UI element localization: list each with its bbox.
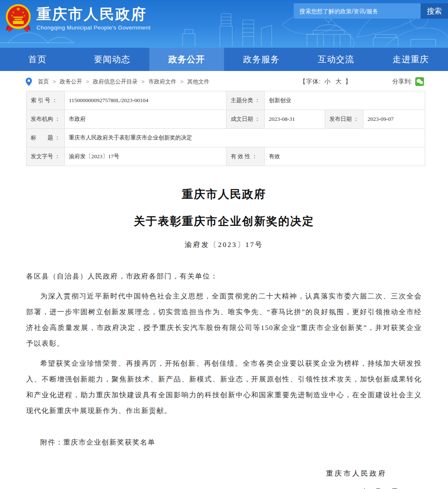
issuing-agency-value: 市政府 xyxy=(65,110,226,129)
nav-item-news[interactable]: 要闻动态 xyxy=(75,48,149,71)
validity-value: 有效 xyxy=(265,147,425,166)
signer-name: 重庆市人民政府 xyxy=(26,469,387,478)
font-smaller-button[interactable]: 小 xyxy=(324,78,331,85)
crumb-separator: > xyxy=(180,78,183,85)
crumb-info-directory[interactable]: 政府信息公开目录 xyxy=(93,78,138,86)
nav-item-home[interactable]: 首页 xyxy=(0,48,75,71)
nav-item-interaction[interactable]: 互动交流 xyxy=(299,48,373,71)
publish-date-value: 2023-09-07 xyxy=(363,110,425,129)
document-main: 重庆市人民政府 关于表彰重庆市企业创新奖的决定 渝府发〔2023〕17号 各区县… xyxy=(0,187,448,489)
topic-category-value: 创新创业 xyxy=(265,91,425,110)
paragraph: 为深入贯彻习近平新时代中国特色社会主义思想，全面贯彻党的二十大精神，认真落实市委… xyxy=(26,289,422,352)
nav-item-gov-services[interactable]: 政务服务 xyxy=(224,48,299,71)
breadcrumb: 首页 > 政务公开 > 政府信息公开目录 > 市政府文件 > 其他文件 【字体:… xyxy=(0,71,448,88)
svg-text:★: ★ xyxy=(11,15,13,17)
signature-block: 重庆市人民政府 2023年8月31日 xyxy=(26,469,422,489)
share-label: 分享到: xyxy=(392,78,412,86)
nav-item-about-chongqing[interactable]: 走进重庆 xyxy=(373,48,448,71)
written-date-label: 成文日期 ： xyxy=(226,110,265,129)
crumb-separator: > xyxy=(141,78,145,85)
crumb-separator: > xyxy=(86,78,89,85)
salutation: 各区县（自治县）人民政府，市政府各部门，有关单位： xyxy=(26,269,422,284)
crumb-other-docs[interactable]: 其他文件 xyxy=(187,78,209,86)
site-subtitle: Chongqing Municipal People's Government xyxy=(37,24,151,31)
attachment-line: 附件：重庆市企业创新奖获奖名单 xyxy=(26,435,422,450)
share-group: 分享到: xyxy=(392,77,424,86)
location-pin-icon xyxy=(26,78,32,86)
svg-text:★: ★ xyxy=(12,11,14,14)
brand-text: 重庆市人民政府 Chongqing Municipal People's Gov… xyxy=(37,3,151,31)
paragraph: 希望获奖企业珍惜荣誉、再接再厉，开拓创新、再创佳绩。全市各类企业要以获奖企业为榜… xyxy=(26,356,422,419)
nav-item-gov-affairs-open[interactable]: 政务公开 xyxy=(149,48,224,71)
font-size-controls: 【字体: 小 大 】 xyxy=(299,78,351,86)
svg-text:★: ★ xyxy=(16,6,21,12)
meta-row-index-topic: 索 引 号 ： 11500000009275780L/2023-00104 主题… xyxy=(27,91,425,110)
document-title-line2: 关于表彰重庆市企业创新奖的决定 xyxy=(26,214,422,229)
font-controls-prefix: 【字体: xyxy=(299,78,321,85)
doc-title-label: 标 题 ： xyxy=(27,129,65,147)
doc-title-value: 重庆市人民政府关于表彰重庆市企业创新奖的决定 xyxy=(65,129,425,147)
site-title: 重庆市人民政府 xyxy=(37,6,151,22)
national-emblem-icon: ★ ★ ★ ★ ★ xyxy=(5,3,32,33)
index-number-value: 11500000009275780L/2023-00104 xyxy=(65,91,226,110)
crumb-gov-open[interactable]: 政务公开 xyxy=(60,78,82,86)
crumb-city-gov-docs[interactable]: 市政府文件 xyxy=(149,78,177,86)
document-meta-table: 索 引 号 ： 11500000009275780L/2023-00104 主题… xyxy=(26,91,425,166)
document-number: 渝府发〔2023〕17号 xyxy=(26,240,422,249)
doc-number-label: 发文字号 ： xyxy=(27,147,65,166)
validity-label: 有 效 性 ： xyxy=(226,147,265,166)
svg-text:★: ★ xyxy=(22,11,24,14)
meta-row-title: 标 题 ： 重庆市人民政府关于表彰重庆市企业创新奖的决定 xyxy=(27,129,425,147)
issuing-agency-label: 发布机构 ： xyxy=(27,110,65,129)
crumb-home[interactable]: 首页 xyxy=(38,78,49,86)
publish-date-label: 发布日期 ： xyxy=(325,110,363,129)
search-box: 搜索 xyxy=(294,3,448,19)
document-title-line1: 重庆市人民政府 xyxy=(26,187,422,202)
index-number-label: 索 引 号 ： xyxy=(27,91,65,110)
signature-date: 2023年8月31日 xyxy=(26,487,399,489)
search-button[interactable]: 搜索 xyxy=(421,3,448,19)
written-date-value: 2023-08-31 xyxy=(265,110,325,129)
wechat-share-icon[interactable] xyxy=(415,77,424,86)
document-body: 各区县（自治县）人民政府，市政府各部门，有关单位： 为深入贯彻习近平新时代中国特… xyxy=(26,269,422,450)
meta-row-agency-dates: 发布机构 ： 市政府 成文日期 ： 2023-08-31 发布日期 ： 2023… xyxy=(27,110,425,129)
font-controls-suffix: 】 xyxy=(345,78,352,85)
main-nav: 首页 要闻动态 政务公开 政务服务 互动交流 走进重庆 xyxy=(0,48,448,71)
font-larger-button[interactable]: 大 xyxy=(335,78,342,85)
brand: ★ ★ ★ ★ ★ 重庆市人民政府 Chongqing Municipal Pe… xyxy=(5,3,151,33)
meta-row-docno-validity: 发文字号 ： 渝府发〔2023〕17号 有 效 性 ： 有效 xyxy=(27,147,425,166)
topic-category-label: 主题分类 ： xyxy=(226,91,265,110)
doc-number-value: 渝府发〔2023〕17号 xyxy=(65,147,226,166)
search-input[interactable] xyxy=(294,3,421,19)
crumb-separator: > xyxy=(53,78,56,85)
site-header: ★ ★ ★ ★ ★ 重庆市人民政府 Chongqing Municipal Pe… xyxy=(0,0,448,48)
svg-text:★: ★ xyxy=(23,15,25,17)
